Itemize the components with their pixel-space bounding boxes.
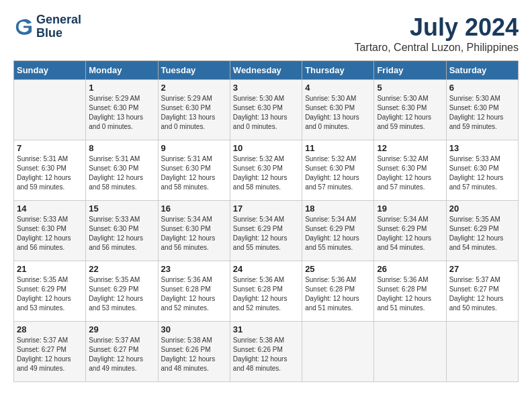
calendar-cell: 17Sunrise: 5:34 AM Sunset: 6:29 PM Dayli… [230,201,302,261]
page-header: General Blue July 2024 Tartaro, Central … [13,13,519,54]
calendar-week-row: 21Sunrise: 5:35 AM Sunset: 6:29 PM Dayli… [14,261,519,322]
calendar-cell: 1Sunrise: 5:29 AM Sunset: 6:30 PM Daylig… [86,80,158,140]
day-number: 30 [161,324,227,334]
weekday-header: Monday [86,61,158,80]
calendar-cell [374,322,446,382]
calendar-cell: 15Sunrise: 5:33 AM Sunset: 6:30 PM Dayli… [86,201,158,261]
day-info: Sunrise: 5:37 AM Sunset: 6:27 PM Dayligh… [449,275,515,313]
day-info: Sunrise: 5:37 AM Sunset: 6:27 PM Dayligh… [89,336,154,373]
weekday-header-row: SundayMondayTuesdayWednesdayThursdayFrid… [14,61,519,80]
day-info: Sunrise: 5:38 AM Sunset: 6:26 PM Dayligh… [161,336,227,373]
calendar-cell: 9Sunrise: 5:31 AM Sunset: 6:30 PM Daylig… [158,140,230,201]
day-number: 4 [305,83,371,93]
calendar-week-row: 14Sunrise: 5:33 AM Sunset: 6:30 PM Dayli… [14,201,519,261]
calendar-cell: 4Sunrise: 5:30 AM Sunset: 6:30 PM Daylig… [302,80,374,140]
day-number: 17 [233,203,299,214]
calendar-cell: 29Sunrise: 5:37 AM Sunset: 6:27 PM Dayli… [86,322,158,382]
logo-icon [13,17,34,37]
month-title: July 2024 [354,13,519,42]
day-number: 1 [89,83,154,93]
day-info: Sunrise: 5:37 AM Sunset: 6:27 PM Dayligh… [17,336,83,373]
calendar-week-row: 7Sunrise: 5:31 AM Sunset: 6:30 PM Daylig… [14,140,519,201]
calendar-cell: 21Sunrise: 5:35 AM Sunset: 6:29 PM Dayli… [14,261,86,322]
calendar-cell: 18Sunrise: 5:34 AM Sunset: 6:29 PM Dayli… [302,201,374,261]
day-info: Sunrise: 5:35 AM Sunset: 6:29 PM Dayligh… [17,275,83,313]
day-info: Sunrise: 5:34 AM Sunset: 6:29 PM Dayligh… [305,215,371,253]
calendar-cell: 28Sunrise: 5:37 AM Sunset: 6:27 PM Dayli… [14,322,86,382]
day-number: 8 [89,143,154,153]
calendar-cell: 27Sunrise: 5:37 AM Sunset: 6:27 PM Dayli… [446,261,518,322]
day-number: 3 [233,83,299,93]
day-info: Sunrise: 5:34 AM Sunset: 6:30 PM Dayligh… [161,215,227,253]
day-number: 29 [89,324,154,334]
day-info: Sunrise: 5:35 AM Sunset: 6:29 PM Dayligh… [89,275,154,313]
day-number: 10 [233,143,299,153]
day-number: 5 [377,83,443,93]
day-info: Sunrise: 5:30 AM Sunset: 6:30 PM Dayligh… [377,94,443,132]
logo-text: General Blue [36,13,81,40]
day-number: 19 [377,203,443,214]
day-number: 25 [305,264,371,274]
day-info: Sunrise: 5:35 AM Sunset: 6:29 PM Dayligh… [449,215,515,253]
day-info: Sunrise: 5:33 AM Sunset: 6:30 PM Dayligh… [89,215,154,253]
calendar-cell: 3Sunrise: 5:30 AM Sunset: 6:30 PM Daylig… [230,80,302,140]
day-number: 27 [449,264,515,274]
weekday-header: Thursday [302,61,374,80]
day-number: 18 [305,203,371,214]
day-number: 31 [233,324,299,334]
calendar-cell: 11Sunrise: 5:32 AM Sunset: 6:30 PM Dayli… [302,140,374,201]
day-info: Sunrise: 5:36 AM Sunset: 6:28 PM Dayligh… [305,275,371,313]
day-number: 24 [233,264,299,274]
calendar-cell [302,322,374,382]
day-info: Sunrise: 5:33 AM Sunset: 6:30 PM Dayligh… [449,154,515,192]
calendar-week-row: 28Sunrise: 5:37 AM Sunset: 6:27 PM Dayli… [14,322,519,382]
day-number: 6 [449,83,515,93]
location-title: Tartaro, Central Luzon, Philippines [354,42,519,54]
day-info: Sunrise: 5:36 AM Sunset: 6:28 PM Dayligh… [161,275,227,313]
day-number: 12 [377,143,443,153]
calendar-cell: 13Sunrise: 5:33 AM Sunset: 6:30 PM Dayli… [446,140,518,201]
day-number: 28 [17,324,83,334]
calendar-cell: 8Sunrise: 5:31 AM Sunset: 6:30 PM Daylig… [86,140,158,201]
day-number: 26 [377,264,443,274]
calendar-cell: 14Sunrise: 5:33 AM Sunset: 6:30 PM Dayli… [14,201,86,261]
day-number: 16 [161,203,227,214]
day-number: 23 [161,264,227,274]
calendar-cell: 10Sunrise: 5:32 AM Sunset: 6:30 PM Dayli… [230,140,302,201]
day-number: 21 [17,264,83,274]
calendar-cell: 5Sunrise: 5:30 AM Sunset: 6:30 PM Daylig… [374,80,446,140]
calendar-cell: 6Sunrise: 5:30 AM Sunset: 6:30 PM Daylig… [446,80,518,140]
weekday-header: Sunday [14,61,86,80]
weekday-header: Friday [374,61,446,80]
day-info: Sunrise: 5:38 AM Sunset: 6:26 PM Dayligh… [233,336,299,373]
calendar-table: SundayMondayTuesdayWednesdayThursdayFrid… [13,60,519,382]
calendar-cell: 16Sunrise: 5:34 AM Sunset: 6:30 PM Dayli… [158,201,230,261]
day-info: Sunrise: 5:31 AM Sunset: 6:30 PM Dayligh… [89,154,154,192]
calendar-cell: 30Sunrise: 5:38 AM Sunset: 6:26 PM Dayli… [158,322,230,382]
calendar-cell: 22Sunrise: 5:35 AM Sunset: 6:29 PM Dayli… [86,261,158,322]
weekday-header: Tuesday [158,61,230,80]
calendar-cell: 2Sunrise: 5:29 AM Sunset: 6:30 PM Daylig… [158,80,230,140]
logo: General Blue [13,13,81,40]
day-number: 15 [89,203,154,214]
weekday-header: Saturday [446,61,518,80]
day-info: Sunrise: 5:32 AM Sunset: 6:30 PM Dayligh… [233,154,299,192]
day-info: Sunrise: 5:34 AM Sunset: 6:29 PM Dayligh… [233,215,299,253]
calendar-cell: 26Sunrise: 5:36 AM Sunset: 6:28 PM Dayli… [374,261,446,322]
calendar-cell: 23Sunrise: 5:36 AM Sunset: 6:28 PM Dayli… [158,261,230,322]
day-number: 22 [89,264,154,274]
day-info: Sunrise: 5:30 AM Sunset: 6:30 PM Dayligh… [305,94,371,132]
day-info: Sunrise: 5:29 AM Sunset: 6:30 PM Dayligh… [161,94,227,132]
calendar-week-row: 1Sunrise: 5:29 AM Sunset: 6:30 PM Daylig… [14,80,519,140]
day-info: Sunrise: 5:36 AM Sunset: 6:28 PM Dayligh… [233,275,299,313]
calendar-cell: 24Sunrise: 5:36 AM Sunset: 6:28 PM Dayli… [230,261,302,322]
calendar-cell: 12Sunrise: 5:32 AM Sunset: 6:30 PM Dayli… [374,140,446,201]
day-info: Sunrise: 5:31 AM Sunset: 6:30 PM Dayligh… [17,154,83,192]
weekday-header: Wednesday [230,61,302,80]
day-info: Sunrise: 5:30 AM Sunset: 6:30 PM Dayligh… [233,94,299,132]
calendar-cell: 31Sunrise: 5:38 AM Sunset: 6:26 PM Dayli… [230,322,302,382]
day-number: 9 [161,143,227,153]
calendar-cell: 25Sunrise: 5:36 AM Sunset: 6:28 PM Dayli… [302,261,374,322]
day-number: 13 [449,143,515,153]
title-section: July 2024 Tartaro, Central Luzon, Philip… [354,13,519,54]
